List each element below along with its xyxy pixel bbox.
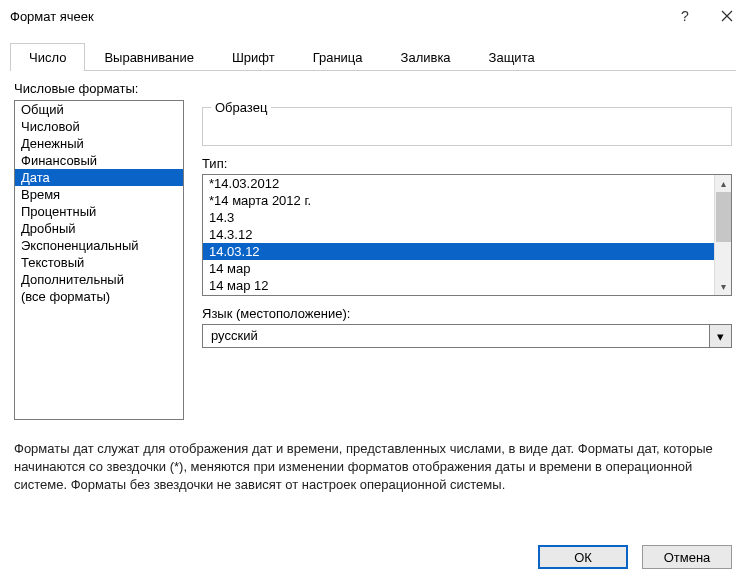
category-item[interactable]: Экспоненциальный: [15, 237, 183, 254]
category-item[interactable]: Числовой: [15, 118, 183, 135]
categories-list[interactable]: Общий Числовой Денежный Финансовый Дата …: [14, 100, 184, 420]
type-item[interactable]: 14 мар: [203, 260, 714, 277]
tab-border[interactable]: Граница: [294, 43, 382, 71]
tab-fill[interactable]: Заливка: [382, 43, 470, 71]
locale-select[interactable]: русский ▾: [202, 324, 732, 348]
locale-value: русский: [203, 325, 709, 347]
tab-content: Числовые форматы: Общий Числовой Денежны…: [0, 71, 746, 420]
tab-protection[interactable]: Защита: [470, 43, 554, 71]
chevron-down-icon: ▾: [717, 329, 724, 344]
category-item[interactable]: Дата: [15, 169, 183, 186]
category-item[interactable]: Время: [15, 186, 183, 203]
category-item[interactable]: Денежный: [15, 135, 183, 152]
categories-label: Числовые форматы:: [14, 81, 732, 96]
cancel-button[interactable]: Отмена: [642, 545, 732, 569]
tab-font[interactable]: Шрифт: [213, 43, 294, 71]
sample-box: Образец: [202, 100, 732, 156]
ok-button[interactable]: ОК: [538, 545, 628, 569]
scroll-down-icon[interactable]: ▾: [715, 278, 731, 295]
help-button[interactable]: ?: [676, 7, 694, 25]
scrollbar[interactable]: ▴ ▾: [714, 175, 731, 295]
dropdown-button[interactable]: ▾: [709, 325, 731, 347]
category-item[interactable]: (все форматы): [15, 288, 183, 305]
category-item[interactable]: Дробный: [15, 220, 183, 237]
type-item[interactable]: *14.03.2012: [203, 175, 714, 192]
dialog-footer: ОК Отмена: [0, 535, 746, 579]
type-item[interactable]: *14 марта 2012 г.: [203, 192, 714, 209]
type-item[interactable]: 14.3: [203, 209, 714, 226]
scroll-up-icon[interactable]: ▴: [715, 175, 731, 192]
category-item[interactable]: Процентный: [15, 203, 183, 220]
category-item[interactable]: Финансовый: [15, 152, 183, 169]
type-item[interactable]: 14.3.12: [203, 226, 714, 243]
type-item[interactable]: 14 мар 12: [203, 277, 714, 294]
tab-alignment[interactable]: Выравнивание: [85, 43, 212, 71]
sample-label: Образец: [211, 100, 271, 115]
close-icon: [721, 10, 733, 22]
type-label: Тип:: [202, 156, 732, 171]
type-item[interactable]: 14.03.12: [203, 243, 714, 260]
window-controls: ?: [676, 7, 736, 25]
window-title: Формат ячеек: [10, 9, 94, 24]
tab-number[interactable]: Число: [10, 43, 85, 71]
description-text: Форматы дат служат для отображения дат и…: [0, 420, 746, 505]
tabs-bar: Число Выравнивание Шрифт Граница Заливка…: [10, 42, 736, 71]
close-button[interactable]: [718, 7, 736, 25]
category-item[interactable]: Дополнительный: [15, 271, 183, 288]
scrollbar-thumb[interactable]: [716, 192, 731, 242]
scrollbar-track[interactable]: [715, 242, 731, 278]
locale-label: Язык (местоположение):: [202, 306, 732, 321]
type-list[interactable]: *14.03.2012 *14 марта 2012 г. 14.3 14.3.…: [202, 174, 732, 296]
category-item[interactable]: Текстовый: [15, 254, 183, 271]
titlebar: Формат ячеек ?: [0, 0, 746, 32]
category-item[interactable]: Общий: [15, 101, 183, 118]
